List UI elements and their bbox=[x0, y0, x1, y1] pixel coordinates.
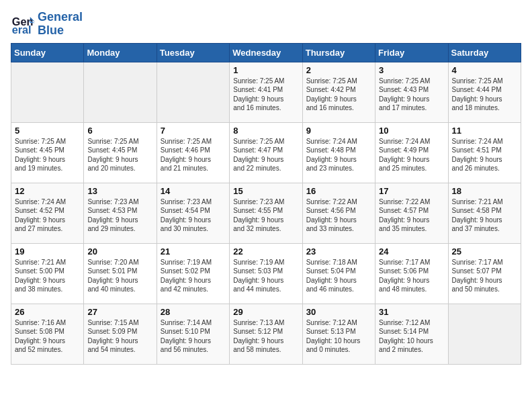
day-number: 4 bbox=[452, 65, 517, 75]
day-info: Sunrise: 7:25 AM Sunset: 4:45 PM Dayligh… bbox=[15, 137, 80, 173]
day-number: 8 bbox=[233, 126, 298, 136]
calendar-cell: 19Sunrise: 7:21 AM Sunset: 5:00 PM Dayli… bbox=[11, 243, 84, 304]
day-info: Sunrise: 7:22 AM Sunset: 4:56 PM Dayligh… bbox=[306, 197, 371, 234]
day-number: 12 bbox=[15, 186, 80, 196]
calendar-cell: 22Sunrise: 7:19 AM Sunset: 5:03 PM Dayli… bbox=[230, 243, 302, 304]
logo: Gen eral General Blue bbox=[11, 11, 83, 38]
header-tuesday: Tuesday bbox=[157, 43, 229, 62]
day-number: 7 bbox=[161, 126, 226, 136]
calendar-cell: 29Sunrise: 7:13 AM Sunset: 5:12 PM Dayli… bbox=[230, 304, 302, 364]
day-info: Sunrise: 7:23 AM Sunset: 4:54 PM Dayligh… bbox=[161, 197, 226, 234]
day-number: 25 bbox=[452, 246, 517, 257]
day-info: Sunrise: 7:22 AM Sunset: 4:57 PM Dayligh… bbox=[379, 197, 444, 234]
calendar-cell: 9Sunrise: 7:24 AM Sunset: 4:48 PM Daylig… bbox=[302, 122, 375, 183]
day-info: Sunrise: 7:24 AM Sunset: 4:48 PM Dayligh… bbox=[306, 137, 371, 173]
header-sunday: Sunday bbox=[11, 43, 84, 62]
day-info: Sunrise: 7:21 AM Sunset: 5:00 PM Dayligh… bbox=[15, 258, 80, 294]
day-info: Sunrise: 7:25 AM Sunset: 4:47 PM Dayligh… bbox=[233, 137, 298, 173]
day-info: Sunrise: 7:21 AM Sunset: 4:58 PM Dayligh… bbox=[452, 197, 517, 234]
calendar-cell bbox=[157, 62, 229, 122]
day-number: 2 bbox=[306, 65, 371, 75]
week-row-0: 1Sunrise: 7:25 AM Sunset: 4:41 PM Daylig… bbox=[11, 62, 521, 122]
week-row-2: 12Sunrise: 7:24 AM Sunset: 4:52 PM Dayli… bbox=[11, 183, 521, 243]
day-info: Sunrise: 7:25 AM Sunset: 4:41 PM Dayligh… bbox=[233, 77, 298, 113]
week-row-3: 19Sunrise: 7:21 AM Sunset: 5:00 PM Dayli… bbox=[11, 243, 521, 304]
calendar-cell: 17Sunrise: 7:22 AM Sunset: 4:57 PM Dayli… bbox=[375, 183, 448, 243]
calendar-cell: 24Sunrise: 7:17 AM Sunset: 5:06 PM Dayli… bbox=[375, 243, 448, 304]
day-info: Sunrise: 7:12 AM Sunset: 5:14 PM Dayligh… bbox=[379, 318, 444, 355]
calendar-body: 1Sunrise: 7:25 AM Sunset: 4:41 PM Daylig… bbox=[11, 62, 521, 364]
day-info: Sunrise: 7:24 AM Sunset: 4:49 PM Dayligh… bbox=[379, 137, 444, 173]
day-number: 30 bbox=[306, 307, 371, 317]
day-info: Sunrise: 7:19 AM Sunset: 5:03 PM Dayligh… bbox=[233, 258, 298, 294]
calendar-cell: 15Sunrise: 7:23 AM Sunset: 4:55 PM Dayli… bbox=[230, 183, 302, 243]
calendar-cell: 10Sunrise: 7:24 AM Sunset: 4:49 PM Dayli… bbox=[375, 122, 448, 183]
calendar-cell: 28Sunrise: 7:14 AM Sunset: 5:10 PM Dayli… bbox=[157, 304, 229, 364]
day-number: 3 bbox=[379, 65, 444, 75]
calendar-cell: 18Sunrise: 7:21 AM Sunset: 4:58 PM Dayli… bbox=[448, 183, 521, 243]
day-info: Sunrise: 7:25 AM Sunset: 4:42 PM Dayligh… bbox=[306, 77, 371, 113]
calendar-cell: 25Sunrise: 7:17 AM Sunset: 5:07 PM Dayli… bbox=[448, 243, 521, 304]
day-number: 1 bbox=[233, 65, 298, 75]
calendar-header-row: SundayMondayTuesdayWednesdayThursdayFrid… bbox=[11, 43, 521, 62]
calendar-cell: 16Sunrise: 7:22 AM Sunset: 4:56 PM Dayli… bbox=[302, 183, 375, 243]
day-number: 14 bbox=[161, 186, 226, 196]
day-info: Sunrise: 7:23 AM Sunset: 4:55 PM Dayligh… bbox=[233, 197, 298, 234]
day-number: 18 bbox=[452, 186, 517, 196]
day-number: 15 bbox=[233, 186, 298, 196]
day-number: 5 bbox=[15, 126, 80, 136]
page-header: Gen eral General Blue bbox=[11, 11, 521, 38]
calendar-cell: 23Sunrise: 7:18 AM Sunset: 5:04 PM Dayli… bbox=[302, 243, 375, 304]
day-number: 6 bbox=[87, 126, 152, 136]
calendar-cell: 21Sunrise: 7:19 AM Sunset: 5:02 PM Dayli… bbox=[157, 243, 229, 304]
calendar-cell: 7Sunrise: 7:25 AM Sunset: 4:46 PM Daylig… bbox=[157, 122, 229, 183]
day-number: 19 bbox=[15, 246, 80, 257]
calendar-cell: 5Sunrise: 7:25 AM Sunset: 4:45 PM Daylig… bbox=[11, 122, 84, 183]
day-info: Sunrise: 7:25 AM Sunset: 4:45 PM Dayligh… bbox=[87, 137, 152, 173]
day-info: Sunrise: 7:14 AM Sunset: 5:10 PM Dayligh… bbox=[161, 318, 226, 355]
day-number: 21 bbox=[161, 246, 226, 257]
day-info: Sunrise: 7:13 AM Sunset: 5:12 PM Dayligh… bbox=[233, 318, 298, 355]
week-row-1: 5Sunrise: 7:25 AM Sunset: 4:45 PM Daylig… bbox=[11, 122, 521, 183]
day-number: 28 bbox=[161, 307, 226, 317]
calendar-cell: 14Sunrise: 7:23 AM Sunset: 4:54 PM Dayli… bbox=[157, 183, 229, 243]
header-friday: Friday bbox=[375, 43, 448, 62]
calendar-cell: 20Sunrise: 7:20 AM Sunset: 5:01 PM Dayli… bbox=[84, 243, 157, 304]
day-number: 17 bbox=[379, 186, 444, 196]
day-info: Sunrise: 7:25 AM Sunset: 4:46 PM Dayligh… bbox=[161, 137, 226, 173]
day-number: 16 bbox=[306, 186, 371, 196]
day-number: 11 bbox=[452, 126, 517, 136]
day-info: Sunrise: 7:25 AM Sunset: 4:44 PM Dayligh… bbox=[452, 77, 517, 113]
day-number: 13 bbox=[87, 186, 152, 196]
day-info: Sunrise: 7:20 AM Sunset: 5:01 PM Dayligh… bbox=[87, 258, 152, 294]
day-number: 26 bbox=[15, 307, 80, 317]
header-saturday: Saturday bbox=[448, 43, 521, 62]
day-info: Sunrise: 7:15 AM Sunset: 5:09 PM Dayligh… bbox=[87, 318, 152, 355]
day-info: Sunrise: 7:23 AM Sunset: 4:53 PM Dayligh… bbox=[87, 197, 152, 234]
calendar-cell bbox=[448, 304, 521, 364]
day-number: 22 bbox=[233, 246, 298, 257]
calendar-cell: 3Sunrise: 7:25 AM Sunset: 4:43 PM Daylig… bbox=[375, 62, 448, 122]
svg-text:eral: eral bbox=[12, 24, 32, 36]
calendar-table: SundayMondayTuesdayWednesdayThursdayFrid… bbox=[11, 43, 521, 365]
day-number: 9 bbox=[306, 126, 371, 136]
day-number: 20 bbox=[87, 246, 152, 257]
calendar-cell: 8Sunrise: 7:25 AM Sunset: 4:47 PM Daylig… bbox=[230, 122, 302, 183]
calendar-cell: 11Sunrise: 7:24 AM Sunset: 4:51 PM Dayli… bbox=[448, 122, 521, 183]
day-info: Sunrise: 7:18 AM Sunset: 5:04 PM Dayligh… bbox=[306, 258, 371, 294]
day-info: Sunrise: 7:17 AM Sunset: 5:07 PM Dayligh… bbox=[452, 258, 517, 294]
day-info: Sunrise: 7:25 AM Sunset: 4:43 PM Dayligh… bbox=[379, 77, 444, 113]
header-thursday: Thursday bbox=[302, 43, 375, 62]
calendar-cell: 31Sunrise: 7:12 AM Sunset: 5:14 PM Dayli… bbox=[375, 304, 448, 364]
day-number: 10 bbox=[379, 126, 444, 136]
calendar-cell: 1Sunrise: 7:25 AM Sunset: 4:41 PM Daylig… bbox=[230, 62, 302, 122]
calendar-cell: 30Sunrise: 7:12 AM Sunset: 5:13 PM Dayli… bbox=[302, 304, 375, 364]
calendar-cell: 13Sunrise: 7:23 AM Sunset: 4:53 PM Dayli… bbox=[84, 183, 157, 243]
calendar-cell bbox=[11, 62, 84, 122]
calendar-cell: 27Sunrise: 7:15 AM Sunset: 5:09 PM Dayli… bbox=[84, 304, 157, 364]
calendar-cell: 26Sunrise: 7:16 AM Sunset: 5:08 PM Dayli… bbox=[11, 304, 84, 364]
day-number: 27 bbox=[87, 307, 152, 317]
week-row-4: 26Sunrise: 7:16 AM Sunset: 5:08 PM Dayli… bbox=[11, 304, 521, 364]
day-info: Sunrise: 7:16 AM Sunset: 5:08 PM Dayligh… bbox=[15, 318, 80, 355]
logo-icon: Gen eral bbox=[11, 12, 35, 36]
